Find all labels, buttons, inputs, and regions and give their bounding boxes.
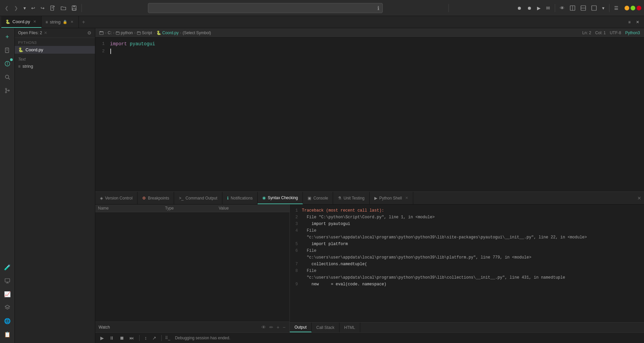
watch-edit-icon[interactable]: ✏: [269, 324, 274, 331]
layout2-button[interactable]: [579, 4, 588, 12]
breadcrumb-symbol[interactable]: (Select Symbol): [182, 31, 211, 35]
output-num-9: 9: [292, 281, 302, 288]
tab-string[interactable]: ≡ string 🔒 ✕: [42, 16, 79, 28]
icon-bar-book[interactable]: 📋: [1, 328, 13, 340]
panel-close-button[interactable]: ✕: [637, 195, 641, 201]
main-toolbar: ❮ ❯ ▾ ↩ ↪ Go to Anything ℹ ⏺ ⏺ ▶ ✉ 👁 ▾ ☰: [0, 0, 644, 16]
breadcrumb-folder2[interactable]: Script: [137, 31, 152, 35]
breadcrumb-file-icon: 🐍: [156, 31, 161, 35]
icon-bar-search[interactable]: [1, 71, 13, 83]
open-files-close[interactable]: ✕: [44, 31, 47, 35]
panel-tab-python-shell-close[interactable]: ✕: [405, 196, 408, 200]
save-button[interactable]: [69, 4, 79, 12]
layout1-button[interactable]: [568, 4, 577, 12]
layout3-button[interactable]: [589, 4, 599, 12]
sidebar-header: Open Files: 2 ✕ ⚙: [15, 28, 95, 38]
tab-string-close[interactable]: ✕: [69, 19, 74, 24]
panel-tab-python-shell[interactable]: ▶ Python Shell ✕: [370, 192, 413, 204]
close-window-button[interactable]: [637, 6, 641, 10]
icon-bar-monitor[interactable]: [1, 275, 13, 287]
panel-tab-version-control[interactable]: ◈ Version Control: [95, 192, 138, 204]
open-folder-button[interactable]: [59, 4, 68, 12]
tabs-list-button[interactable]: ≡: [626, 18, 633, 26]
footer-tab-html[interactable]: HTML: [339, 323, 360, 332]
footer-tab-call-stack[interactable]: Call Stack: [312, 323, 339, 332]
back-button[interactable]: ❮: [3, 4, 11, 12]
icon-bar-chart[interactable]: 📈: [1, 288, 13, 300]
tab-coord-py-close[interactable]: ✕: [32, 19, 37, 24]
redo-button[interactable]: ↪: [39, 4, 47, 12]
icon-bar-layers[interactable]: [1, 301, 13, 313]
output-num-7: 7: [292, 261, 302, 268]
sidebar-header-actions: ⚙: [87, 30, 92, 36]
watch-eye-icon[interactable]: 👁: [261, 324, 267, 331]
debug-play[interactable]: ▶: [99, 335, 106, 341]
debug-restart[interactable]: ⏭: [128, 335, 136, 341]
breadcrumb-c[interactable]: C:: [108, 31, 112, 35]
console-icon: ▣: [308, 196, 311, 201]
svg-point-18: [7, 64, 8, 65]
watch-add-icon[interactable]: +: [276, 324, 280, 331]
svg-point-19: [5, 75, 9, 78]
breadcrumb-folder1[interactable]: python: [116, 31, 133, 35]
toolbar-dropdown[interactable]: ▾: [21, 4, 28, 12]
breadcrumb-sep5: ›: [180, 31, 181, 35]
forward-button[interactable]: ❯: [12, 4, 20, 12]
icon-bar-add[interactable]: +: [1, 31, 13, 43]
panel-tab-console[interactable]: ▣ Console: [303, 192, 333, 204]
panel-tab-notifications[interactable]: ℹ Notifications: [222, 192, 258, 204]
breadcrumb-encoding[interactable]: UTF-8: [610, 31, 621, 35]
menu-button[interactable]: ☰: [612, 4, 621, 12]
panel-tabs: ◈ Version Control ⚙ Breakpoints >_ Comma…: [95, 192, 644, 205]
goto-anything-input[interactable]: Go to Anything: [148, 3, 383, 13]
panel-tab-syntax-checking[interactable]: ◉ Syntax Checking: [258, 192, 303, 204]
panel-tab-unit-testing[interactable]: ⚗ Unit Testing: [333, 192, 369, 204]
icon-bar-git[interactable]: [1, 84, 13, 97]
sidebar-item-string[interactable]: ≡ string: [15, 62, 95, 70]
toolbar-right: ⏺ ⏺ ▶ ✉ 👁 ▾ ☰: [515, 4, 641, 12]
icon-bar-explorer[interactable]: [1, 58, 13, 70]
panel-tab-command-output[interactable]: >_ Command Output: [174, 192, 222, 204]
tabs-close-button[interactable]: ✕: [634, 18, 641, 26]
undo-button[interactable]: ↩: [29, 4, 37, 12]
svg-point-21: [5, 88, 7, 90]
icon-bar-flask[interactable]: 🧪: [1, 261, 13, 273]
record-stop-button[interactable]: ⏺: [525, 4, 534, 12]
new-file-button[interactable]: [48, 4, 57, 12]
editor-area: › C: › python › Script › 🐍 Coord.py › (S…: [95, 28, 644, 343]
watch-remove-icon[interactable]: −: [282, 324, 286, 331]
tab-coord-py[interactable]: 🐍 Coord.py ✕: [1, 16, 42, 28]
output-text-6: File "c:\users\user\appdata\local\progra…: [302, 247, 641, 261]
editor-line-2: 2: [95, 48, 644, 55]
breadcrumb-col: Col: 1: [595, 31, 606, 35]
minimize-button[interactable]: [625, 6, 629, 10]
svg-point-22: [5, 92, 7, 93]
output-line-5: 5 import platform: [292, 241, 641, 247]
output-line-6: 6 File "c:\users\user\appdata\local\prog…: [292, 247, 641, 261]
sidebar-gear-icon[interactable]: ⚙: [87, 30, 92, 36]
icon-bar-globe[interactable]: 🌐: [1, 315, 13, 327]
maximize-button[interactable]: [631, 6, 635, 10]
breadcrumb-interpreter[interactable]: Python3: [625, 31, 640, 35]
sidebar-item-coord-py[interactable]: 🐍 Coord.py: [15, 46, 95, 54]
code-editor[interactable]: 1 import pyautogui 2: [95, 38, 644, 191]
debug-stop[interactable]: ⏹: [118, 335, 126, 341]
debug-pause[interactable]: ⏸: [108, 335, 116, 341]
eye-button[interactable]: 👁: [558, 4, 567, 12]
record-button[interactable]: ⏺: [515, 4, 524, 12]
output-num-1: 1: [292, 207, 302, 214]
python-shell-label: Python Shell: [379, 196, 402, 201]
panel-tab-breakpoints[interactable]: ⚙ Breakpoints: [138, 192, 174, 204]
breadcrumb-file[interactable]: 🐍 Coord.py: [156, 31, 179, 35]
layout-dropdown[interactable]: ▾: [600, 4, 606, 12]
debug-step-out[interactable]: ↗: [151, 335, 158, 341]
footer-tab-output[interactable]: Output: [290, 323, 312, 332]
mail-button[interactable]: ✉: [544, 4, 552, 12]
new-tab-button[interactable]: +: [79, 16, 89, 28]
debug-step-into[interactable]: ↕: [143, 335, 149, 341]
breadcrumb-sep2: ›: [113, 31, 114, 35]
explorer-badge: [10, 58, 13, 61]
play-macro-button[interactable]: ▶: [535, 4, 543, 12]
output-body[interactable]: 1 Traceback (most recent call last): 2 F…: [290, 205, 644, 322]
icon-bar-files[interactable]: [1, 44, 13, 56]
